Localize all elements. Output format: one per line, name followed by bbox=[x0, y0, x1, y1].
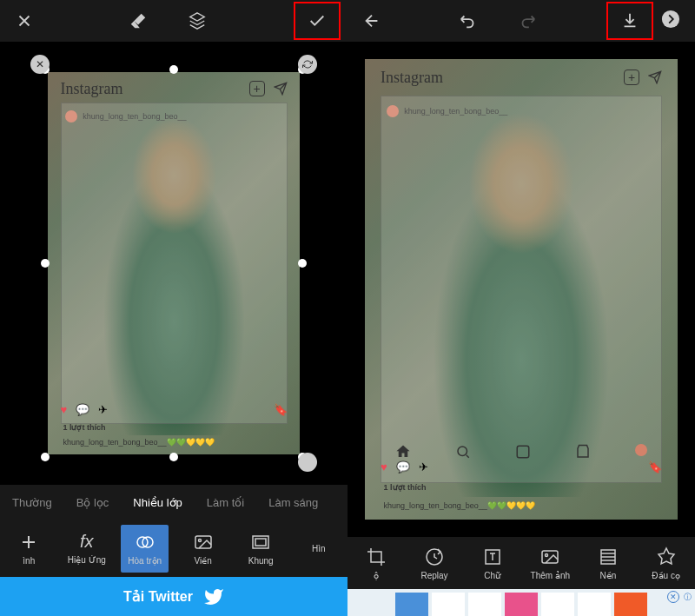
search-icon bbox=[455, 444, 471, 460]
share-icon: ✈ bbox=[98, 403, 108, 416]
handle-top-mid[interactable] bbox=[169, 65, 178, 74]
replay-icon bbox=[424, 546, 445, 567]
tab-normal[interactable]: Thường bbox=[0, 496, 64, 509]
scale-button[interactable] bbox=[298, 453, 317, 472]
comment-icon: 💬 bbox=[396, 460, 410, 474]
delete-layer-button[interactable]: ✕ bbox=[30, 55, 50, 74]
reels-icon bbox=[515, 444, 531, 460]
caption-text: khung_long_ten_bong_beo__💚💚💛💛💛 bbox=[384, 501, 535, 510]
brush-icon bbox=[656, 546, 677, 567]
confirm-button[interactable] bbox=[294, 2, 341, 40]
undo-icon bbox=[459, 11, 478, 30]
eraser-icon bbox=[129, 11, 148, 30]
tab-lighten[interactable]: Làm sáng bbox=[256, 496, 330, 509]
handle-bot-mid[interactable] bbox=[169, 453, 178, 461]
handle-mid-right[interactable] bbox=[298, 259, 307, 268]
svg-point-3 bbox=[198, 539, 201, 541]
arrow-left-icon bbox=[362, 11, 381, 30]
heart-icon: ♥ bbox=[381, 460, 387, 474]
rotate-icon bbox=[302, 59, 313, 70]
checkmark-icon bbox=[308, 11, 327, 30]
tool-effects[interactable]: fx Hiệu Ứng bbox=[63, 532, 110, 565]
tool-border[interactable]: Viền bbox=[180, 532, 227, 566]
ad-close-button[interactable]: ✕ bbox=[667, 591, 679, 603]
comment-icon: 💬 bbox=[76, 403, 89, 416]
instagram-header: Instagram + bbox=[61, 80, 288, 98]
tool-shape[interactable]: Hìn bbox=[295, 544, 342, 553]
close-icon bbox=[15, 11, 34, 30]
edited-photo[interactable]: Instagram + khung_long_ten_bong_beo__ ♥ … bbox=[48, 72, 300, 454]
svg-point-12 bbox=[546, 553, 548, 556]
download-button[interactable] bbox=[606, 2, 653, 40]
tool-addimage[interactable]: Thêm ảnh bbox=[526, 546, 573, 580]
undo-button[interactable] bbox=[451, 3, 486, 38]
download-icon bbox=[620, 11, 639, 30]
plus-icon bbox=[18, 532, 39, 553]
plus-icon: + bbox=[624, 70, 639, 85]
instagram-actions: ♥ 💬 ✈ 🔖 bbox=[381, 460, 662, 474]
tool-blend[interactable]: Hòa trộn bbox=[121, 525, 169, 573]
instagram-frame-overlay bbox=[381, 96, 662, 482]
image-icon bbox=[193, 532, 214, 553]
tool-replay[interactable]: Replay bbox=[411, 546, 458, 580]
close-button[interactable] bbox=[7, 3, 42, 38]
layers-icon bbox=[188, 11, 207, 30]
tool-add[interactable]: ình bbox=[5, 532, 52, 566]
canvas-area[interactable]: Instagram + khung_long_ten_bong_beo__ ♥ … bbox=[0, 42, 348, 485]
tool-text[interactable]: Chữ bbox=[469, 546, 516, 580]
frame-icon bbox=[250, 532, 271, 553]
home-icon bbox=[395, 444, 411, 460]
mode-tabs: Thường Bộ lọc Nhiều lớp Làm tối Làm sáng bbox=[0, 485, 348, 520]
next-button[interactable] bbox=[653, 2, 688, 36]
instagram-frame-overlay bbox=[61, 103, 288, 424]
tool-crop[interactable]: ộ bbox=[353, 546, 400, 580]
ad-product-5 bbox=[541, 593, 574, 617]
instagram-actions: ♥ 💬 ✈ 🔖 bbox=[61, 403, 288, 416]
fx-icon: fx bbox=[80, 532, 94, 552]
tool-brush[interactable]: Đầu cọ bbox=[643, 546, 690, 580]
result-photo[interactable]: Instagram + khung_long_ten_bong_beo__ ♥ … bbox=[365, 59, 678, 520]
back-button[interactable] bbox=[354, 3, 389, 38]
screen-right-main: Instagram + khung_long_ten_bong_beo__ ♥ … bbox=[348, 0, 695, 616]
tab-darken[interactable]: Làm tối bbox=[195, 496, 256, 509]
tool-row: ình fx Hiệu Ứng Hòa trộn Viền Khung Hìn bbox=[0, 520, 348, 577]
ad-banner-products[interactable]: ✕ ⓘ bbox=[348, 589, 695, 616]
heart-icon: ♥ bbox=[61, 403, 68, 416]
ad-info-button[interactable]: ⓘ bbox=[681, 591, 693, 603]
ad-text: Tải Twitter bbox=[123, 588, 193, 605]
tool-frame[interactable]: Khung bbox=[237, 532, 284, 566]
instagram-header: Instagram + bbox=[381, 69, 662, 87]
shop-icon bbox=[575, 444, 591, 460]
topbar-right bbox=[348, 0, 695, 42]
instagram-logo: Instagram bbox=[61, 80, 123, 98]
tool-background[interactable]: Nền bbox=[585, 546, 632, 580]
tab-layers[interactable]: Nhiều lớp bbox=[121, 496, 194, 509]
ad-product-2 bbox=[432, 593, 465, 617]
text-icon bbox=[482, 546, 503, 567]
ad-product-4 bbox=[505, 593, 538, 617]
redo-button[interactable] bbox=[510, 3, 545, 38]
send-icon bbox=[648, 70, 662, 84]
eraser-button[interactable] bbox=[121, 3, 156, 38]
svg-point-6 bbox=[662, 10, 679, 28]
bookmark-icon: 🔖 bbox=[274, 403, 288, 416]
redo-icon bbox=[518, 11, 537, 30]
background-icon bbox=[598, 546, 619, 567]
ad-banner-twitter[interactable]: Tải Twitter bbox=[0, 577, 348, 616]
screen-left-editing: Instagram + khung_long_ten_bong_beo__ ♥ … bbox=[0, 0, 348, 616]
svg-rect-8 bbox=[517, 446, 529, 458]
layers-button[interactable] bbox=[180, 3, 215, 38]
handle-bot-left[interactable] bbox=[41, 453, 50, 461]
bookmark-icon: 🔖 bbox=[648, 460, 662, 474]
svg-rect-5 bbox=[255, 539, 266, 546]
send-icon bbox=[274, 82, 288, 96]
crop-icon bbox=[366, 546, 387, 567]
likes-text: 1 lượt thích bbox=[63, 423, 105, 432]
blend-icon bbox=[135, 532, 156, 553]
tab-filter[interactable]: Bộ lọc bbox=[64, 496, 122, 509]
caption-text: khung_long_ten_bong_beo__💚💚💛💛💛 bbox=[63, 438, 214, 447]
rotate-button[interactable] bbox=[298, 55, 317, 74]
canvas-area-right[interactable]: Instagram + khung_long_ten_bong_beo__ ♥ … bbox=[348, 42, 695, 537]
plus-icon: + bbox=[249, 81, 265, 96]
handle-mid-left[interactable] bbox=[41, 259, 50, 268]
